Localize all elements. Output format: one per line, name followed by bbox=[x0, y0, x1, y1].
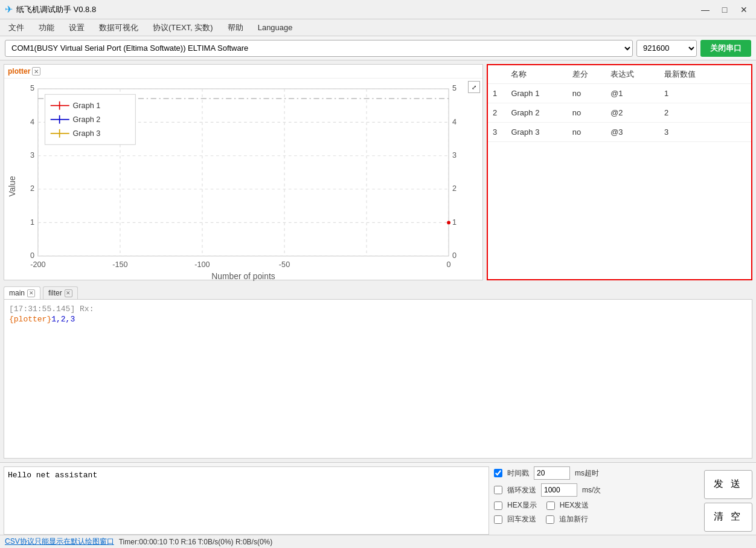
rx-label: Rx: bbox=[80, 305, 94, 314]
baud-select[interactable]: 921600 bbox=[636, 40, 697, 57]
table-body: 1 Graph 1 no @1 1 2 Graph 2 no @2 2 3 Gr… bbox=[488, 84, 751, 142]
menu-language[interactable]: Language bbox=[252, 22, 299, 33]
timeout-row: 时间戳 ms超时 bbox=[494, 466, 699, 480]
cell-value: 3 bbox=[659, 123, 751, 142]
cell-diff: no bbox=[568, 103, 606, 123]
console-line-rx: [17:31:55.145] Rx: bbox=[9, 305, 747, 314]
col-header-num bbox=[488, 65, 506, 84]
hex-send-label: HEX发送 bbox=[560, 500, 589, 511]
col-header-name: 名称 bbox=[506, 65, 567, 84]
col-header-expr: 表达式 bbox=[606, 65, 659, 84]
tab-main[interactable]: main ✕ bbox=[4, 286, 40, 299]
btn-area: 发 送 清 空 bbox=[704, 466, 752, 535]
cell-num: 1 bbox=[488, 84, 506, 103]
table-panel: 名称 差分 表达式 最新数值 1 Graph 1 no @1 1 2 Graph… bbox=[487, 64, 752, 280]
timeout-value[interactable] bbox=[534, 466, 570, 480]
send-button[interactable]: 发 送 bbox=[704, 470, 752, 499]
svg-text:0: 0 bbox=[447, 260, 451, 269]
csv-protocol-link[interactable]: CSV协议只能显示在默认绘图窗口 bbox=[5, 537, 114, 547]
send-controls: 时间戳 ms超时 循环发送 ms/次 HEX显示 HEX发送 回车发送 追加新 bbox=[494, 466, 699, 535]
menu-settings[interactable]: 设置 bbox=[63, 21, 91, 34]
svg-text:-150: -150 bbox=[112, 260, 127, 269]
bottom-area: Hello net assistant 时间戳 ms超时 循环发送 ms/次 H… bbox=[0, 462, 756, 535]
close-port-button[interactable]: 关闭串口 bbox=[700, 40, 751, 57]
loop-checkbox[interactable] bbox=[494, 486, 502, 494]
menu-bar: 文件 功能 设置 数据可视化 协议(TEXT, 实数) 帮助 Language bbox=[0, 19, 756, 36]
loop-row: 循环发送 ms/次 bbox=[494, 483, 699, 497]
chart-area: ⤢ Value bbox=[4, 79, 482, 287]
table-row[interactable]: 1 Graph 1 no @1 1 bbox=[488, 84, 751, 103]
newline-label: 追加新行 bbox=[559, 514, 588, 524]
loop-label: 循环发送 bbox=[507, 485, 536, 495]
table-row[interactable]: 3 Graph 3 no @3 3 bbox=[488, 123, 751, 142]
timeout-checkbox[interactable] bbox=[494, 469, 502, 477]
close-button[interactable]: ✕ bbox=[737, 2, 751, 17]
console-output[interactable]: [17:31:55.145] Rx: {plotter}1,2,3 bbox=[4, 300, 752, 459]
main-content: plotter ✕ ⤢ Value bbox=[0, 60, 756, 535]
svg-text:Graph 3: Graph 3 bbox=[73, 129, 101, 138]
menu-help[interactable]: 帮助 bbox=[222, 21, 249, 34]
port-select[interactable]: COM1(BUSY Virtual Serial Port (Eltima So… bbox=[5, 40, 633, 57]
menu-data-viz[interactable]: 数据可视化 bbox=[93, 21, 144, 34]
tab-main-close[interactable]: ✕ bbox=[27, 289, 35, 297]
col-header-diff: 差分 bbox=[568, 65, 606, 84]
cell-name: Graph 3 bbox=[506, 123, 567, 142]
status-text: Timer:00:00:10 T:0 R:16 T:0B/s(0%) R:0B/… bbox=[119, 538, 273, 546]
plotter-values: 1,2,3 bbox=[51, 315, 75, 324]
svg-text:Number of points: Number of points bbox=[211, 271, 275, 281]
svg-text:2: 2 bbox=[30, 185, 34, 193]
cell-diff: no bbox=[568, 123, 606, 142]
toolbar: COM1(BUSY Virtual Serial Port (Eltima So… bbox=[0, 36, 756, 60]
svg-point-33 bbox=[447, 221, 450, 225]
crlf-label: 回车发送 bbox=[507, 514, 536, 524]
crlf-row: 回车发送 追加新行 bbox=[494, 514, 699, 524]
svg-text:0: 0 bbox=[452, 251, 456, 260]
chart-svg: Value bbox=[7, 81, 480, 285]
svg-text:5: 5 bbox=[30, 84, 34, 92]
svg-text:1: 1 bbox=[30, 218, 34, 227]
loop-value[interactable] bbox=[541, 483, 577, 497]
newline-checkbox[interactable] bbox=[546, 515, 554, 524]
upper-area: plotter ✕ ⤢ Value bbox=[0, 60, 756, 284]
title-bar: ✈ 纸飞机调试助手 V0.8.8 — □ ✕ bbox=[0, 0, 756, 19]
minimize-button[interactable]: — bbox=[698, 2, 713, 17]
clear-button[interactable]: 清 空 bbox=[704, 503, 752, 532]
cell-value: 1 bbox=[659, 84, 751, 103]
table-row[interactable]: 2 Graph 2 no @2 2 bbox=[488, 103, 751, 123]
menu-function[interactable]: 功能 bbox=[33, 21, 60, 34]
svg-text:1: 1 bbox=[452, 218, 456, 227]
tab-filter-close[interactable]: ✕ bbox=[65, 289, 72, 297]
lower-area: main ✕ filter ✕ [17:31:55.145] Rx: {plot… bbox=[0, 284, 756, 462]
cell-expr: @1 bbox=[606, 84, 659, 103]
cell-expr: @3 bbox=[606, 123, 659, 142]
svg-text:4: 4 bbox=[30, 118, 34, 126]
tab-filter[interactable]: filter ✕ bbox=[43, 286, 78, 299]
menu-protocol[interactable]: 协议(TEXT, 实数) bbox=[147, 21, 219, 34]
plotter-tab-label: plotter bbox=[8, 67, 30, 76]
send-input[interactable]: Hello net assistant bbox=[4, 466, 489, 535]
data-table: 名称 差分 表达式 最新数值 1 Graph 1 no @1 1 2 Graph… bbox=[488, 65, 751, 142]
window-controls: — □ ✕ bbox=[698, 2, 751, 17]
hex-send-checkbox[interactable] bbox=[546, 501, 555, 510]
cell-expr: @2 bbox=[606, 103, 659, 123]
menu-file[interactable]: 文件 bbox=[2, 21, 30, 34]
svg-text:-200: -200 bbox=[30, 260, 45, 269]
app-icon: ✈ bbox=[5, 4, 13, 15]
cell-num: 2 bbox=[488, 103, 506, 123]
maximize-button[interactable]: □ bbox=[717, 2, 732, 17]
hex-display-checkbox[interactable] bbox=[494, 501, 502, 510]
svg-text:3: 3 bbox=[30, 151, 34, 160]
app-title: 纸飞机调试助手 V0.8.8 bbox=[16, 4, 96, 15]
svg-text:-50: -50 bbox=[279, 260, 290, 269]
cell-name: Graph 2 bbox=[506, 103, 567, 123]
svg-text:Value: Value bbox=[7, 176, 17, 197]
cell-value: 2 bbox=[659, 103, 751, 123]
plotter-keyword: {plotter} bbox=[9, 315, 51, 324]
crlf-checkbox[interactable] bbox=[494, 515, 502, 524]
plotter-panel: plotter ✕ ⤢ Value bbox=[4, 64, 483, 280]
hex-display-label: HEX显示 bbox=[507, 500, 537, 511]
status-bar: CSV协议只能显示在默认绘图窗口 Timer:00:00:10 T:0 R:16… bbox=[0, 535, 756, 548]
plotter-close-button[interactable]: ✕ bbox=[32, 67, 40, 76]
scroll-button[interactable]: ⤢ bbox=[468, 81, 480, 93]
svg-text:0: 0 bbox=[30, 251, 34, 260]
